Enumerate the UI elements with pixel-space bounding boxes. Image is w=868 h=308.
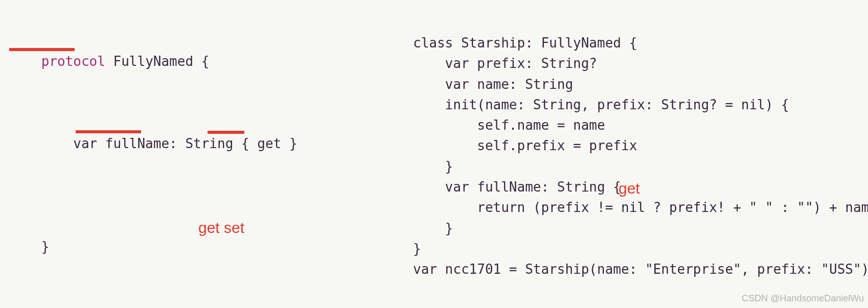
code-text: self.prefix = prefix [413,138,637,153]
keyword-protocol: protocol [41,54,105,69]
code-text: return (prefix != nil ? prefix! + " " : … [413,200,868,215]
code-line: var fullName: String { [413,177,868,197]
code-line: var fullName: String { get } [9,113,369,216]
code-text: var ncc1701 = Starship(name: "Enterprise… [413,262,868,277]
code-text: FullyNamed { [105,54,210,69]
code-line: self.prefix = prefix [413,135,868,156]
underline-protocol [9,48,75,51]
code-text: fullName: String { [97,136,257,151]
code-text: get [257,136,281,151]
code-line: init(name: String, prefix: String? = nil… [413,94,868,115]
code-text: init(name: String, prefix: String? = nil… [413,97,789,112]
code-line: protocol FullyNamed { [9,31,369,113]
right-code-column: class Starship: FullyNamed { var prefix:… [413,33,868,280]
code-text: } [41,239,50,254]
code-line: } [9,216,369,278]
annotation-get: get [619,177,640,201]
code-text: } [413,221,453,236]
underline-get [208,131,244,134]
code-text: var [41,136,98,151]
code-line: } [413,239,868,259]
code-text: } [413,159,453,174]
code-text: var name: String [413,77,573,92]
code-text: } [413,241,421,256]
code-line: return (prefix != nil ? prefix! + " " : … [413,197,868,218]
code-line: } [413,218,868,239]
code-line: class Starship: FullyNamed { [413,33,868,53]
code-line: } [413,156,868,177]
code-text: var prefix: String? [413,56,597,71]
code-line: var ncc1701 = Starship(name: "Enterprise… [413,259,868,279]
annotation-getset: get set [198,216,244,240]
left-code-column: protocol FullyNamed { var fullName: Stri… [9,31,369,308]
watermark: CSDN @HandsomeDanielWu [742,292,864,306]
code-line: var prefix: String? [413,53,868,74]
code-text: } [281,136,297,151]
code-line: var name: String [413,74,868,94]
underline-fullname [76,130,141,133]
code-line: self.name = name [413,115,868,135]
code-text: self.name = name [413,117,605,133]
code-text: var fullName: String { [413,179,621,195]
code-text: class Starship: FullyNamed { [413,35,637,51]
